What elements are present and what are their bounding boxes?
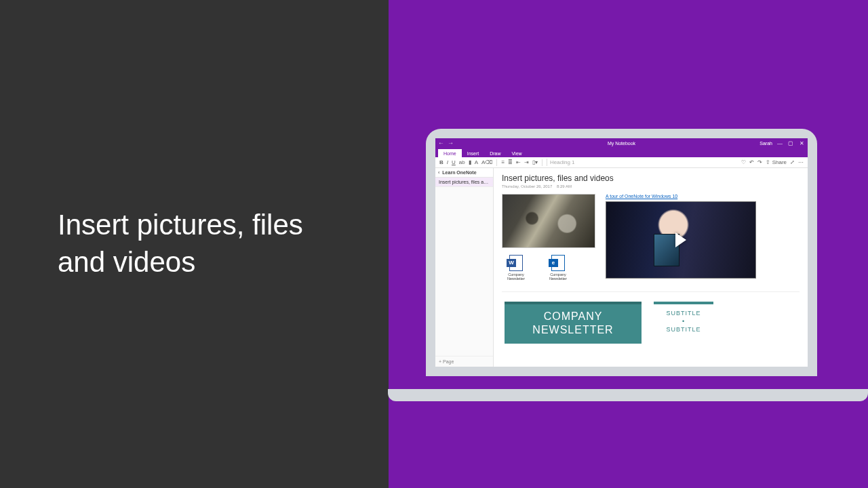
section-header[interactable]: ‹ Learn OneNote <box>435 168 493 178</box>
maximize-icon[interactable]: ▢ <box>787 140 794 146</box>
page-list-item[interactable]: Insert pictures, files an… <box>435 178 493 187</box>
nav-back-icon[interactable]: ← <box>438 140 444 146</box>
newsletter-heading: COMPANY NEWSLETTER <box>505 302 642 344</box>
file-attachment-word[interactable]: Company Newsletter <box>502 255 530 281</box>
clear-format-button[interactable]: A⌫ <box>481 159 492 165</box>
redo-button[interactable]: ↷ <box>757 159 762 165</box>
page-timestamp: Thursday, October 26, 2017 8:29 AM <box>502 184 800 188</box>
window-titlebar: ← → My Notebook Sarah — ▢ ✕ <box>435 138 808 148</box>
notebook-title[interactable]: My Notebook <box>608 141 635 146</box>
font-color-button[interactable]: A <box>475 159 478 165</box>
bold-button[interactable]: B <box>439 159 443 165</box>
play-icon[interactable] <box>675 232 686 247</box>
page-list-sidebar: ‹ Learn OneNote Insert pictures, files a… <box>435 168 494 367</box>
ribbon-tabs: Home Insert Draw View <box>435 148 808 157</box>
tab-view[interactable]: View <box>507 149 528 157</box>
ribbon-commands: B I U ab ▮ A A⌫ ≡ ≣ ⇤ ⇥ ▯▾ Heading 1 ♡ ↶… <box>435 157 808 168</box>
section-name: Learn OneNote <box>442 170 476 175</box>
pdf-file-icon <box>551 255 565 271</box>
video-link[interactable]: A tour of OneNote for Windows 10 <box>606 194 756 199</box>
embedded-video[interactable] <box>606 201 756 279</box>
indent-button[interactable]: ⇥ <box>524 159 529 165</box>
slide-right-panel: ← → My Notebook Sarah — ▢ ✕ Home Insert … <box>389 0 868 488</box>
laptop-base <box>388 389 868 401</box>
fullscreen-button[interactable]: ⤢ <box>790 159 795 165</box>
file-attachment-pdf[interactable]: Company Newsletter <box>544 255 572 281</box>
close-icon[interactable]: ✕ <box>798 140 805 146</box>
content-area: ‹ Learn OneNote Insert pictures, files a… <box>435 168 808 367</box>
tab-home[interactable]: Home <box>438 149 462 157</box>
italic-button[interactable]: I <box>447 159 448 165</box>
word-file-icon <box>509 255 523 271</box>
newsletter-subtitle-block: SUBTITLE • SUBTITLE <box>654 302 713 338</box>
strike-button[interactable]: ab <box>459 159 465 165</box>
onenote-window: ← → My Notebook Sarah — ▢ ✕ Home Insert … <box>435 138 808 367</box>
lightbulb-icon[interactable]: ♡ <box>741 159 746 165</box>
nav-forward-icon[interactable]: → <box>448 140 454 146</box>
share-button[interactable]: ⇧ Share <box>766 159 787 165</box>
inserted-image[interactable] <box>502 194 595 248</box>
page-title[interactable]: Insert pictures, files and videos <box>502 174 800 183</box>
more-button[interactable]: ⋯ <box>798 159 804 165</box>
style-selector[interactable]: Heading 1 <box>547 159 577 166</box>
minimize-icon[interactable]: — <box>776 140 783 146</box>
align-button[interactable]: ▯▾ <box>532 159 538 165</box>
back-icon[interactable]: ‹ <box>438 170 439 175</box>
slide-left-panel: Insert pictures, files and videos <box>0 0 389 488</box>
outdent-button[interactable]: ⇤ <box>516 159 521 165</box>
slide-title: Insert pictures, files and videos <box>58 207 342 281</box>
printout-attachment[interactable]: COMPANY NEWSLETTER SUBTITLE • SUBTITLE <box>502 291 800 346</box>
underline-button[interactable]: U <box>452 159 456 165</box>
note-canvas[interactable]: Insert pictures, files and videos Thursd… <box>494 168 808 367</box>
bullet-list-button[interactable]: ≡ <box>501 159 505 165</box>
user-name[interactable]: Sarah <box>760 141 772 146</box>
number-list-button[interactable]: ≣ <box>508 159 513 165</box>
highlight-button[interactable]: ▮ <box>469 159 471 165</box>
tab-draw[interactable]: Draw <box>484 149 506 157</box>
tab-insert[interactable]: Insert <box>462 149 485 157</box>
add-page-button[interactable]: + Page <box>435 356 493 367</box>
laptop-frame: ← → My Notebook Sarah — ▢ ✕ Home Insert … <box>426 129 817 376</box>
undo-button[interactable]: ↶ <box>749 159 754 165</box>
